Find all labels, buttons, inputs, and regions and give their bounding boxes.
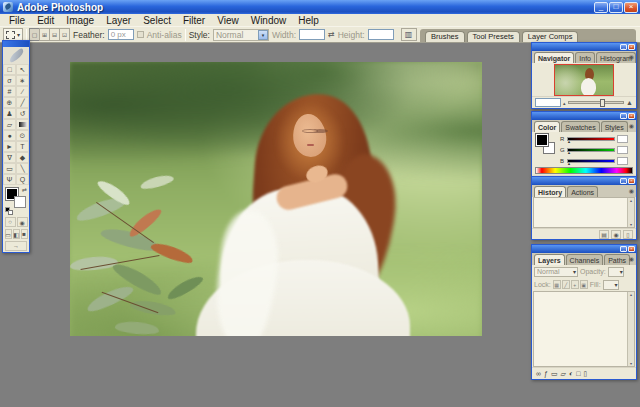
zoom-tool[interactable]: Q [16, 174, 29, 185]
maximize-icon[interactable]: □ [609, 2, 623, 13]
blue-value-input[interactable] [617, 157, 628, 165]
color-spectrum-ramp[interactable] [535, 167, 633, 174]
navigator-view-box[interactable] [555, 65, 613, 95]
crop-tool[interactable]: # [3, 86, 16, 97]
green-slider[interactable]: ▲ [567, 148, 615, 152]
history-tab-history[interactable]: History [534, 186, 566, 197]
menu-file[interactable]: File [3, 14, 31, 27]
jump-to-imageready-icon[interactable]: → [5, 241, 27, 251]
brush-tool[interactable]: ╱ [16, 97, 29, 108]
minimize-icon[interactable]: _ [594, 2, 608, 13]
width-input[interactable] [299, 29, 325, 40]
layers-tab-paths[interactable]: Paths [604, 254, 630, 265]
window-titlebar[interactable]: Adobe Photoshop _ □ × [0, 0, 640, 14]
background-color-swatch[interactable] [14, 196, 26, 208]
fullscreen-with-menubar-mode-icon[interactable]: ◧ [13, 229, 20, 239]
navigator-tab-navigator[interactable]: Navigator [534, 52, 574, 63]
color-titlebar[interactable]: _ × [532, 112, 636, 120]
menu-filter[interactable]: Filter [177, 14, 211, 27]
eyedropper-tool[interactable]: ╲ [16, 163, 29, 174]
navigator-tab-info[interactable]: Info [575, 52, 595, 63]
clone-stamp-tool[interactable]: ♟ [3, 108, 16, 119]
red-slider[interactable]: ▲ [567, 137, 615, 141]
zoom-slider-thumb[interactable] [600, 99, 605, 107]
menu-select[interactable]: Select [137, 14, 177, 27]
new-layer-set-icon[interactable]: ▱ [561, 369, 566, 378]
hand-tool[interactable]: Ψ [3, 174, 16, 185]
close-icon[interactable]: × [628, 44, 635, 50]
fullscreen-mode-icon[interactable]: ■ [21, 229, 28, 239]
color-tab-color[interactable]: Color [534, 121, 560, 132]
type-tool[interactable]: T [16, 141, 29, 152]
path-selection-tool[interactable]: ► [3, 141, 16, 152]
new-adjustment-layer-icon[interactable]: ◐ [569, 369, 573, 378]
height-input[interactable] [368, 29, 394, 40]
dodge-tool[interactable]: ⊙ [16, 130, 29, 141]
swap-colors-icon[interactable]: ⇄ [22, 186, 27, 193]
lasso-tool[interactable]: σ [3, 75, 16, 86]
default-colors-icon[interactable] [5, 207, 14, 215]
scroll-up-icon[interactable]: ▴ [628, 198, 634, 203]
minimize-icon[interactable]: _ [620, 246, 627, 252]
document-canvas[interactable] [70, 62, 482, 336]
minimize-icon[interactable]: _ [620, 178, 627, 184]
well-tab-layer-comps[interactable]: Layer Comps [522, 31, 579, 42]
tool-preset-dropdown-icon[interactable]: ▾ [17, 31, 20, 38]
slider-thumb-icon[interactable]: ▲ [567, 150, 571, 155]
lock-position-icon[interactable]: + [571, 280, 579, 289]
zoom-out-icon[interactable]: ▴ [563, 100, 566, 106]
add-layer-style-icon[interactable]: ƒ [544, 369, 548, 378]
layers-tab-layers[interactable]: Layers [534, 254, 565, 265]
menu-image[interactable]: Image [60, 14, 100, 27]
blur-tool[interactable]: ● [3, 130, 16, 141]
history-tab-actions[interactable]: Actions [567, 186, 598, 197]
palette-menu-icon[interactable]: ◉ [629, 53, 634, 61]
intersect-selection-icon[interactable]: ⊡ [59, 28, 70, 41]
anti-alias-checkbox[interactable] [137, 31, 144, 38]
layers-titlebar[interactable]: _ × [532, 245, 636, 253]
slice-tool[interactable]: ∕ [16, 86, 29, 97]
rectangular-marquee-tool[interactable]: □ [3, 64, 16, 75]
menu-view[interactable]: View [211, 14, 245, 27]
slider-thumb-icon[interactable]: ▲ [567, 139, 571, 144]
color-tab-swatches[interactable]: Swatches [561, 121, 599, 132]
standard-screen-mode-icon[interactable]: ▭ [5, 229, 12, 239]
foreground-color-swatch[interactable] [536, 134, 548, 146]
palette-menu-icon[interactable]: ◉ [629, 122, 634, 130]
palette-menu-icon[interactable]: ◉ [629, 255, 634, 263]
eraser-tool[interactable]: ▱ [3, 119, 16, 130]
move-tool[interactable]: ↖ [16, 64, 29, 75]
link-layers-icon[interactable]: ∞ [536, 369, 541, 378]
color-tab-styles[interactable]: Styles [601, 121, 628, 132]
opacity-input[interactable]: ▾ [608, 267, 624, 277]
history-titlebar[interactable]: _ × [532, 177, 636, 185]
history-scrollbar[interactable]: ▴ ▾ [627, 198, 634, 227]
scroll-down-icon[interactable]: ▾ [628, 361, 634, 366]
close-icon[interactable]: × [628, 113, 635, 119]
fill-input[interactable]: ▾ [603, 280, 619, 290]
menu-layer[interactable]: Layer [100, 14, 137, 27]
well-tab-brushes[interactable]: Brushes [425, 31, 465, 42]
menu-window[interactable]: Window [245, 14, 293, 27]
lock-all-icon[interactable]: ▣ [580, 280, 588, 289]
lock-paint-icon[interactable]: ╱ [562, 280, 570, 289]
edit-standard-mode-icon[interactable]: ○ [5, 217, 16, 227]
navigator-titlebar[interactable]: _ × [532, 43, 636, 51]
close-icon[interactable]: × [624, 2, 638, 13]
swap-width-height-icon[interactable]: ⇄ [328, 30, 335, 39]
delete-state-icon[interactable]: ▯ [623, 230, 633, 239]
navigator-zoom-slider[interactable] [568, 101, 625, 104]
file-browser-icon[interactable]: ▥ [401, 28, 417, 41]
pen-tool[interactable]: ∇ [3, 152, 16, 163]
history-brush-tool[interactable]: ↺ [16, 108, 29, 119]
scroll-up-icon[interactable]: ▴ [628, 292, 634, 297]
close-icon[interactable]: × [628, 246, 635, 252]
close-icon[interactable]: × [628, 178, 635, 184]
new-snapshot-icon[interactable]: ◉ [611, 230, 621, 239]
new-layer-icon[interactable]: □ [576, 369, 580, 378]
blend-mode-select[interactable]: Normal ▾ [534, 267, 578, 277]
minimize-icon[interactable]: _ [620, 44, 627, 50]
delete-layer-icon[interactable]: ▯ [583, 369, 587, 378]
notes-tool[interactable]: ▭ [3, 163, 16, 174]
feather-input[interactable]: 0 px [108, 29, 134, 40]
